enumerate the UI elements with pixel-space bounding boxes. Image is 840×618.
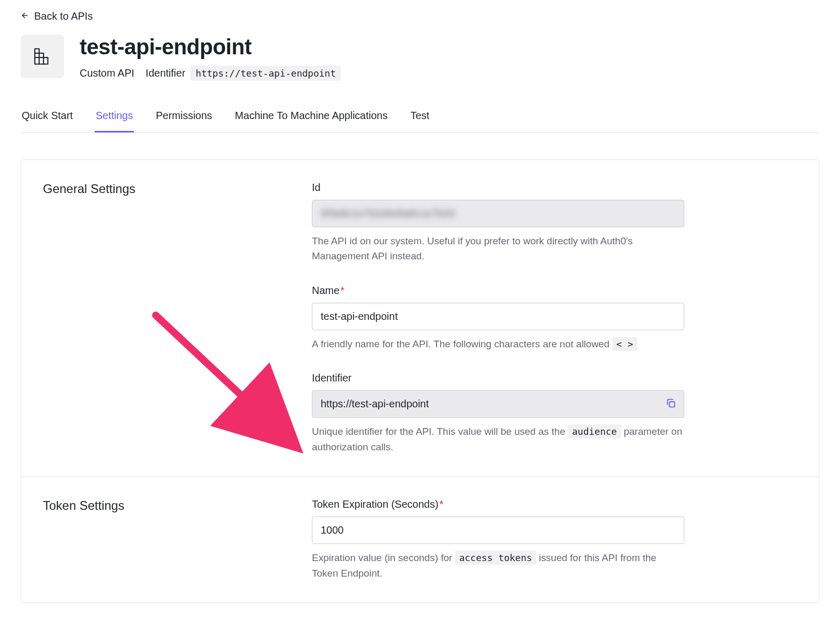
label-id: Id bbox=[312, 182, 684, 194]
input-token-expiration[interactable] bbox=[312, 517, 684, 544]
label-name: Name bbox=[312, 285, 339, 296]
section-token-settings: Token Settings Token Expiration (Seconds… bbox=[21, 476, 819, 602]
copy-icon bbox=[665, 398, 677, 411]
required-marker: * bbox=[340, 285, 344, 296]
tab-m2m-applications[interactable]: Machine To Machine Applications bbox=[234, 110, 388, 133]
identifier-value: https://test-api-endpoint bbox=[190, 66, 341, 81]
help-name: A friendly name for the API. The followi… bbox=[312, 336, 684, 351]
api-type-label: Custom API bbox=[80, 67, 134, 79]
svg-rect-6 bbox=[669, 402, 674, 407]
field-identifier: Identifier Unique identifier for the API… bbox=[312, 372, 684, 454]
section-general-settings: General Settings Id 5f3a9c1e7b2d4e8a9c1e… bbox=[21, 160, 819, 476]
tab-quick-start[interactable]: Quick Start bbox=[21, 110, 74, 133]
section-title-general: General Settings bbox=[43, 182, 291, 454]
field-token-expiration: Token Expiration (Seconds)* Expiration v… bbox=[312, 498, 684, 581]
field-id: Id 5f3a9c1e7b2d4e8a9c1e7b2d The API id o… bbox=[312, 182, 684, 264]
arrow-left-icon bbox=[21, 10, 29, 22]
identifier-label: Identifier bbox=[146, 67, 186, 79]
input-identifier bbox=[312, 390, 684, 418]
required-marker: * bbox=[440, 498, 444, 510]
help-id: The API id on our system. Useful if you … bbox=[312, 233, 684, 264]
input-name[interactable] bbox=[312, 303, 684, 330]
back-to-apis-link[interactable]: Back to APIs bbox=[21, 8, 93, 32]
field-name: Name* A friendly name for the API. The f… bbox=[312, 285, 684, 351]
tab-test[interactable]: Test bbox=[409, 110, 430, 133]
help-token-expiration: Expiration value (in seconds) for access… bbox=[312, 550, 684, 581]
tab-settings[interactable]: Settings bbox=[95, 110, 134, 133]
page-title: test-api-endpoint bbox=[80, 35, 341, 60]
settings-card: General Settings Id 5f3a9c1e7b2d4e8a9c1e… bbox=[21, 159, 819, 603]
api-icon bbox=[21, 35, 64, 78]
label-identifier: Identifier bbox=[312, 372, 684, 384]
tab-permissions[interactable]: Permissions bbox=[155, 110, 213, 133]
help-identifier: Unique identifier for the API. This valu… bbox=[312, 424, 684, 454]
tabs: Quick Start Settings Permissions Machine… bbox=[21, 110, 819, 133]
label-token-expiration: Token Expiration (Seconds) bbox=[312, 498, 439, 510]
back-label: Back to APIs bbox=[34, 10, 93, 22]
copy-identifier-button[interactable] bbox=[664, 397, 678, 411]
page-header: test-api-endpoint Custom API Identifier … bbox=[21, 35, 819, 81]
input-id: 5f3a9c1e7b2d4e8a9c1e7b2d bbox=[312, 200, 684, 227]
section-title-token: Token Settings bbox=[43, 498, 291, 581]
